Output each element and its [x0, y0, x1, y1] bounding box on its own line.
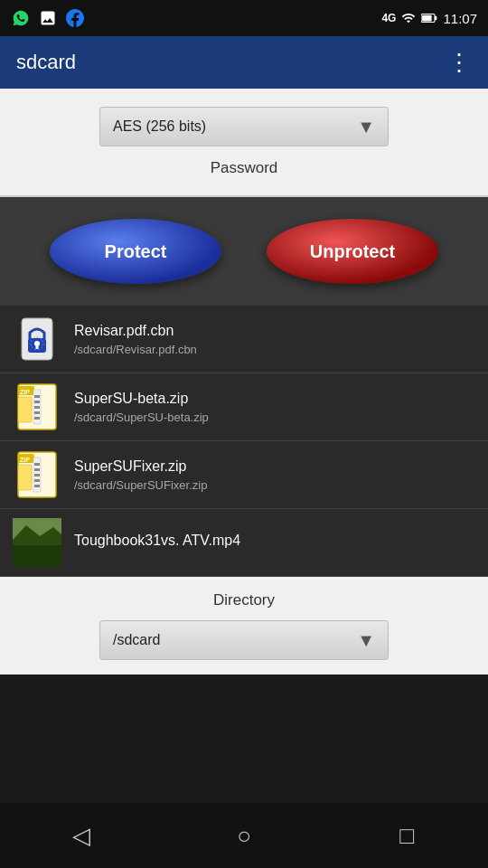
zip-file-icon: ZIP: [13, 382, 61, 431]
file-path: /sdcard/SuperSUFixer.zip: [74, 478, 207, 492]
recent-apps-button[interactable]: □: [380, 808, 434, 863]
status-bar-left: [11, 8, 85, 28]
back-icon: ◁: [72, 822, 90, 850]
file-item[interactable]: Toughbook31vs. ATV.mp4: [0, 509, 488, 577]
directory-label: Directory: [18, 591, 470, 609]
file-list: Revisar.pdf.cbn /sdcard/Revisar.pdf.cbn …: [0, 306, 488, 577]
svg-rect-24: [34, 474, 40, 476]
svg-rect-22: [34, 463, 40, 466]
svg-rect-31: [13, 545, 61, 567]
battery-icon: [421, 12, 437, 24]
home-button[interactable]: ○: [217, 808, 271, 863]
time-display: 11:07: [443, 11, 477, 26]
svg-rect-16: [34, 417, 40, 420]
app-bar: sdcard ⋮: [0, 36, 488, 89]
directory-dropdown-arrow: ▼: [357, 630, 375, 651]
svg-rect-15: [34, 411, 40, 414]
svg-rect-17: [18, 397, 32, 422]
directory-dropdown[interactable]: /sdcard ▼: [99, 620, 389, 660]
svg-text:ZIP: ZIP: [20, 457, 30, 463]
facebook-icon: [65, 8, 85, 28]
file-info: SuperSU-beta.zip /sdcard/SuperSU-beta.zi…: [74, 391, 209, 424]
svg-rect-32: [13, 540, 61, 545]
password-label: Password: [18, 159, 470, 177]
svg-rect-2: [435, 16, 436, 21]
file-name: Revisar.pdf.cbn: [74, 323, 197, 339]
recent-apps-icon: □: [399, 822, 414, 850]
directory-value: /sdcard: [113, 632, 160, 648]
svg-text:ZIP: ZIP: [20, 389, 30, 395]
back-button[interactable]: ◁: [54, 808, 108, 863]
directory-dropdown-container: /sdcard ▼: [18, 620, 470, 660]
svg-rect-12: [34, 395, 40, 398]
svg-rect-6: [36, 345, 39, 349]
status-bar-right: 4G 11:07: [381, 11, 477, 26]
home-icon: ○: [237, 822, 251, 850]
file-item[interactable]: ZIP SuperSUFixer.zip /sdcard/SuperSUFixe…: [0, 441, 488, 509]
image-icon: [38, 8, 58, 28]
directory-section: Directory /sdcard ▼: [0, 577, 488, 675]
svg-rect-27: [18, 465, 32, 490]
algorithm-dropdown[interactable]: AES (256 bits) ▼: [99, 107, 389, 146]
svg-rect-25: [34, 479, 40, 482]
svg-rect-26: [34, 485, 40, 487]
network-type: 4G: [381, 12, 396, 24]
file-info: Toughbook31vs. ATV.mp4: [74, 533, 240, 552]
action-buttons-section: Protect Unprotect: [0, 197, 488, 306]
protect-button[interactable]: Protect: [50, 219, 221, 284]
algorithm-dropdown-arrow: ▼: [357, 117, 375, 137]
overflow-menu-button[interactable]: ⋮: [447, 49, 472, 77]
file-path: /sdcard/SuperSU-beta.zip: [74, 410, 209, 424]
bottom-nav: ◁ ○ □: [0, 803, 488, 868]
svg-rect-1: [423, 15, 433, 22]
file-item[interactable]: ZIP SuperSU-beta.zip /sdcard/SuperSU-bet…: [0, 373, 488, 441]
file-info: Revisar.pdf.cbn /sdcard/Revisar.pdf.cbn: [74, 323, 197, 356]
cbn-file-icon: [13, 315, 61, 363]
file-name: SuperSU-beta.zip: [74, 391, 209, 407]
svg-rect-23: [34, 468, 40, 471]
video-file-icon: [13, 518, 61, 567]
svg-rect-13: [34, 401, 40, 403]
signal-icon: [401, 11, 416, 25]
status-bar: 4G 11:07: [0, 0, 488, 36]
file-item[interactable]: Revisar.pdf.cbn /sdcard/Revisar.pdf.cbn: [0, 306, 488, 373]
encryption-section: AES (256 bits) ▼ Password: [0, 89, 488, 195]
file-info: SuperSUFixer.zip /sdcard/SuperSUFixer.zi…: [74, 458, 207, 492]
whatsapp-icon: [11, 8, 31, 28]
zip-file-icon-2: ZIP: [13, 450, 61, 499]
algorithm-value: AES (256 bits): [113, 118, 206, 135]
file-name: Toughbook31vs. ATV.mp4: [74, 533, 240, 549]
svg-rect-14: [34, 406, 40, 409]
unprotect-button[interactable]: Unprotect: [267, 219, 438, 284]
file-name: SuperSUFixer.zip: [74, 458, 207, 475]
algorithm-dropdown-container: AES (256 bits) ▼: [18, 107, 470, 146]
app-title: sdcard: [16, 51, 76, 74]
file-path: /sdcard/Revisar.pdf.cbn: [74, 343, 197, 356]
